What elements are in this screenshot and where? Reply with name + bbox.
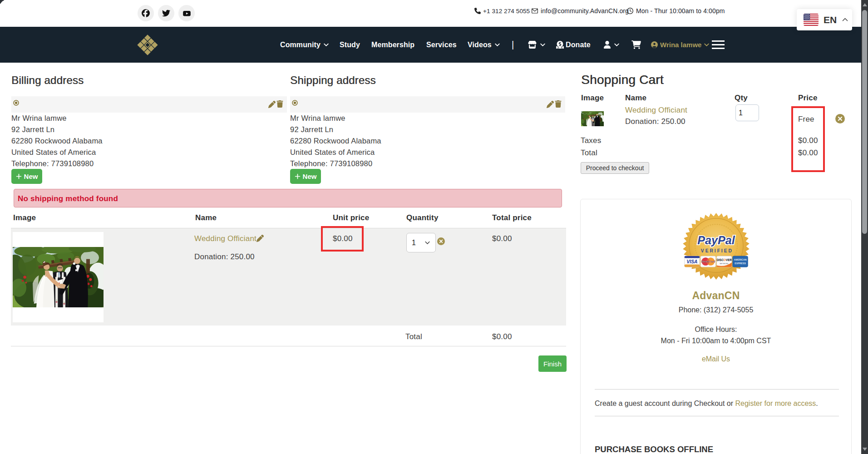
svg-text:VERIFIED: VERIFIED <box>701 248 733 253</box>
svg-text:VISA: VISA <box>686 259 697 264</box>
svg-text:EXPRESS: EXPRESS <box>735 262 746 265</box>
svg-text:MasterCard: MasterCard <box>701 260 715 263</box>
svg-text:DISCOVER: DISCOVER <box>717 258 732 262</box>
svg-text:NETWORK: NETWORK <box>720 263 729 265</box>
svg-text:AMERICAN: AMERICAN <box>734 258 747 261</box>
svg-text:PayPal: PayPal <box>697 234 735 247</box>
